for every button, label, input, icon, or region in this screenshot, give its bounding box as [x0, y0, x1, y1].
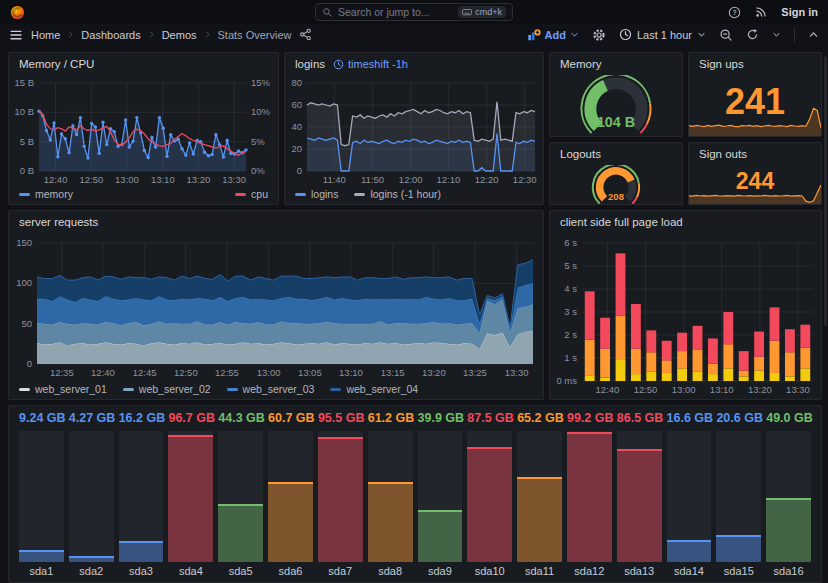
svg-text:40: 40: [291, 121, 302, 132]
svg-text:11:50: 11:50: [361, 174, 384, 185]
legend-item[interactable]: cpu: [235, 188, 268, 200]
refresh-icon[interactable]: [746, 28, 759, 41]
svg-text:0: 0: [297, 165, 302, 176]
disk-value: 44.3 GB: [218, 411, 263, 428]
chevron-down-icon: [570, 30, 579, 39]
disk-gauge-sda15: 20.6 GBsda15: [716, 411, 761, 578]
breadcrumb-demos[interactable]: Demos: [162, 29, 197, 41]
disk-gauge-sda4: 96.7 GBsda4: [168, 411, 213, 578]
svg-text:13:25: 13:25: [463, 367, 487, 378]
disk-bar-track: [218, 431, 263, 562]
disk-bar-fill: [667, 540, 712, 562]
legend-swatch: [19, 193, 30, 196]
legend-item[interactable]: web_server_02: [123, 383, 211, 395]
panel-title-page-load[interactable]: client side full page load: [550, 211, 821, 233]
disk-gauge-sda14: 16.6 GBsda14: [667, 411, 712, 578]
legend-item[interactable]: memory: [19, 188, 73, 200]
panel-title-memory[interactable]: Memory: [550, 53, 682, 75]
server-requests-chart[interactable]: 05010015012:3512:4012:4512:5012:5513:001…: [9, 233, 543, 382]
scrollbar[interactable]: [824, 56, 827, 326]
page-load-chart[interactable]: 0 ms1 s2 s3 s4 s5 s6 s12:4012:5013:0013:…: [550, 233, 821, 399]
svg-text:12:45: 12:45: [133, 367, 157, 378]
svg-text:1 s: 1 s: [564, 352, 577, 363]
disk-value: 4.27 GB: [69, 411, 114, 428]
menu-icon[interactable]: [9, 28, 23, 42]
svg-text:80: 80: [291, 77, 302, 88]
disk-gauge-sda12: 99.2 GBsda12: [567, 411, 612, 578]
sign-outs-value: 244: [689, 170, 821, 193]
disk-bar-track: [368, 431, 413, 562]
disk-value: 39.9 GB: [418, 411, 463, 428]
svg-text:0 B: 0 B: [20, 165, 34, 176]
disk-value: 16.2 GB: [119, 411, 164, 428]
breadcrumb-home[interactable]: Home: [31, 29, 60, 41]
add-button[interactable]: Add: [527, 28, 579, 42]
breadcrumb-dashboards[interactable]: Dashboards: [81, 29, 140, 41]
legend-item[interactable]: web_server_03: [227, 383, 315, 395]
disk-bar-fill: [766, 498, 811, 562]
refresh-interval-dropdown[interactable]: [772, 30, 781, 39]
svg-text:104 B: 104 B: [597, 114, 635, 130]
memory-cpu-chart[interactable]: 0 B0%5 B5%10 B10%15 B15%12:4012:5013:001…: [9, 75, 278, 187]
svg-text:13:20: 13:20: [748, 384, 772, 395]
disk-bar-fill: [418, 510, 463, 562]
top-navigation: Search or jump to... cmd+k Sign in: [0, 0, 828, 24]
disk-gauge-sda2: 4.27 GBsda2: [69, 411, 114, 578]
time-range-picker[interactable]: Last 1 hour: [619, 28, 706, 41]
disk-value: 95.5 GB: [318, 411, 363, 428]
dashboard-toolbar: Home Dashboards Demos Stats Overview Add…: [0, 24, 828, 45]
sign-outs-stat: 244: [689, 165, 821, 204]
disk-name: sda10: [467, 562, 512, 578]
legend-item[interactable]: logins (-1 hour): [354, 188, 441, 200]
disk-name: sda13: [617, 562, 662, 578]
panel-title-logouts[interactable]: Logouts: [550, 143, 682, 165]
disk-value: 86.5 GB: [617, 411, 662, 428]
panel-memory-gauge: Memory 104 B: [549, 52, 683, 137]
panel-title-sign-ups[interactable]: Sign ups: [689, 53, 821, 75]
disk-value: 20.6 GB: [716, 411, 761, 428]
legend-item[interactable]: web_server_01: [19, 383, 107, 395]
panel-title-server-requests[interactable]: server requests: [9, 211, 543, 233]
svg-text:13:00: 13:00: [672, 384, 696, 395]
svg-text:2 s: 2 s: [564, 329, 577, 340]
disk-bar-fill: [218, 504, 263, 562]
disk-gauge-sda5: 44.3 GBsda5: [218, 411, 263, 578]
share-icon[interactable]: [299, 28, 312, 41]
timeshift-badge[interactable]: timeshift -1h: [333, 58, 408, 70]
legend-item[interactable]: logins: [295, 188, 338, 200]
svg-text:12:10: 12:10: [436, 174, 460, 185]
disk-bar-fill: [168, 435, 213, 562]
disk-bar-fill: [517, 477, 562, 562]
disk-value: 49.0 GB: [766, 411, 811, 428]
disk-value: 9.24 GB: [19, 411, 64, 428]
disk-bar-track: [667, 431, 712, 562]
collapse-toolbar-icon[interactable]: [808, 29, 819, 40]
disk-bar-fill: [617, 449, 662, 562]
disk-gauge-sda11: 65.2 GBsda11: [517, 411, 562, 578]
svg-text:12:20: 12:20: [475, 174, 499, 185]
legend-label: logins: [311, 188, 338, 200]
news-rss-icon[interactable]: [755, 6, 767, 18]
disk-bar-track: [766, 431, 811, 562]
grafana-logo-icon[interactable]: [10, 5, 25, 20]
legend-swatch: [295, 193, 306, 196]
server-requests-legend: web_server_01web_server_02web_server_03w…: [9, 382, 543, 399]
search-input[interactable]: Search or jump to... cmd+k: [315, 3, 513, 21]
panel-title-logins[interactable]: logins timeshift -1h: [285, 53, 543, 75]
panel-title-sign-outs[interactable]: Sign outs: [689, 143, 821, 165]
logins-chart[interactable]: 02040608011:4011:5012:0012:1012:2012:30: [285, 75, 543, 187]
disk-name: sda9: [418, 562, 463, 578]
disk-bar-fill: [119, 541, 164, 562]
svg-text:3 s: 3 s: [564, 306, 577, 317]
legend-item[interactable]: web_server_04: [330, 383, 418, 395]
sign-in-link[interactable]: Sign in: [781, 6, 818, 18]
panel-title-memory-cpu[interactable]: Memory / CPU: [9, 53, 278, 75]
svg-text:100: 100: [16, 277, 32, 288]
zoom-out-icon[interactable]: [719, 28, 733, 42]
svg-text:0 ms: 0 ms: [556, 375, 577, 386]
chevron-right-icon: [203, 30, 212, 39]
chevron-right-icon: [66, 30, 75, 39]
settings-gear-icon[interactable]: [592, 28, 606, 42]
help-icon[interactable]: [728, 6, 741, 19]
disk-gauge-sda10: 87.5 GBsda10: [467, 411, 512, 578]
